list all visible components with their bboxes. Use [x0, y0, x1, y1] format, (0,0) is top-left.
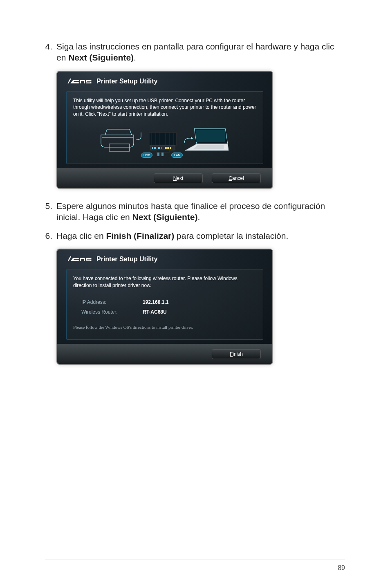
dialog-footer: Finish	[57, 344, 272, 364]
dialog-title: Printer Setup Utility	[96, 256, 157, 263]
svg-rect-18	[161, 153, 164, 156]
step4-bold: Next (Siguiente)	[68, 53, 134, 62]
instruction-step-4: 4. Siga las instrucciones en pantalla pa…	[45, 41, 345, 63]
svg-rect-9	[154, 147, 156, 149]
printer-setup-dialog-finish: Printer Setup Utility You have connected…	[56, 249, 273, 365]
step5-post: .	[197, 212, 200, 222]
step-text: Espere algunos minutos hasta que finalic…	[56, 200, 345, 223]
ip-address-row: IP Address: 192.168.1.1	[73, 299, 256, 305]
dialog-inner: Printer Setup Utility This utility will …	[57, 72, 272, 168]
step6-post: para completar la instalación.	[174, 231, 288, 240]
step-text: Haga clic en Finish (Finalizar) para com…	[56, 230, 345, 241]
dialog-description: This utility will help you set up the US…	[73, 97, 256, 118]
svg-rect-17	[157, 153, 159, 156]
wireless-router-label: Wireless Router:	[81, 309, 143, 315]
svg-rect-19	[196, 130, 225, 142]
next-button[interactable]: Next	[154, 173, 203, 183]
lan-label: LAN	[171, 153, 183, 158]
ip-address-value: 192.168.1.1	[143, 299, 168, 305]
svg-rect-14	[168, 147, 169, 149]
step-number: 4.	[45, 41, 56, 63]
printer-icon	[97, 126, 142, 155]
wireless-router-row: Wireless Router: RT-AC68U	[73, 309, 256, 315]
step4-post: .	[134, 53, 136, 62]
page-divider	[45, 559, 345, 559]
step6-pre: Haga clic en	[56, 231, 106, 240]
next-rest: ext	[177, 175, 183, 181]
svg-rect-11	[161, 147, 162, 149]
svg-rect-15	[170, 147, 171, 149]
cancel-mnemonic: C	[229, 175, 232, 181]
connection-info: IP Address: 192.168.1.1 Wireless Router:…	[73, 294, 256, 334]
instruction-step-5: 5. Espere algunos minutos hasta que fina…	[45, 200, 345, 223]
cancel-rest: ancel	[232, 175, 244, 181]
cancel-button[interactable]: Cancel	[212, 173, 261, 183]
usb-label: USB	[141, 153, 152, 158]
instruction-step-6: 6. Haga clic en Finish (Finalizar) para …	[45, 230, 345, 241]
svg-rect-0	[149, 132, 176, 146]
laptop-icon	[184, 127, 233, 155]
follow-instruction: Please follow the Windows OS's direction…	[73, 325, 256, 330]
svg-rect-16	[156, 150, 169, 153]
step-number: 5.	[45, 200, 56, 223]
svg-rect-13	[166, 147, 168, 149]
step-number: 6.	[45, 230, 56, 241]
dialog-inner: Printer Setup Utility You have connected…	[57, 249, 272, 344]
dialog-title: Printer Setup Utility	[96, 78, 157, 85]
svg-rect-12	[165, 147, 166, 149]
dialog-footer: Next Cancel	[57, 168, 272, 188]
dialog-body: This utility will help you set up the US…	[66, 91, 263, 164]
ip-address-label: IP Address:	[81, 299, 143, 305]
wireless-router-value: RT-AC68U	[143, 309, 167, 315]
dialog-header: Printer Setup Utility	[66, 77, 263, 85]
svg-rect-10	[158, 147, 160, 149]
dialog-header: Printer Setup Utility	[66, 255, 263, 263]
finish-button[interactable]: Finish	[212, 349, 261, 359]
step-text: Siga las instrucciones en pantalla para …	[56, 41, 345, 63]
finish-rest: inish	[233, 351, 243, 357]
asus-logo-icon	[66, 77, 92, 85]
dialog-description: You have connected to the following wire…	[73, 275, 256, 289]
connection-diagram: USB LAN	[73, 123, 256, 159]
step5-bold: Next (Siguiente)	[132, 212, 198, 222]
page-number: 89	[338, 564, 345, 572]
svg-rect-8	[152, 147, 153, 149]
printer-setup-dialog-step1: Printer Setup Utility This utility will …	[56, 71, 273, 189]
step6-bold: Finish (Finalizar)	[106, 231, 174, 240]
dialog-body: You have connected to the following wire…	[66, 269, 263, 340]
router-icon: USB LAN	[145, 131, 180, 155]
asus-logo-icon	[66, 255, 92, 263]
